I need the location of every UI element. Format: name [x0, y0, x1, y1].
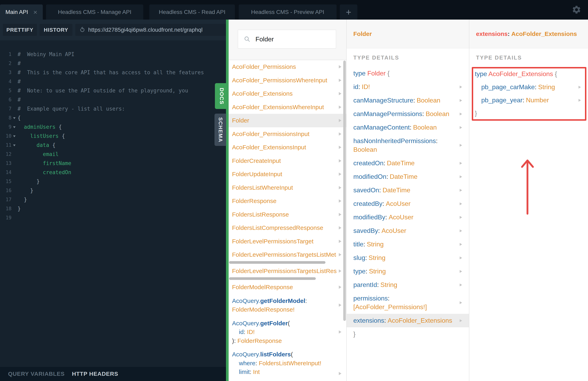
type-field-row[interactable]: createdBy:AcoUser — [347, 197, 469, 211]
docs-resize-divider[interactable] — [226, 20, 229, 381]
type-field-row[interactable]: canManageStructure:Boolean — [347, 94, 469, 107]
type-field-row[interactable]: canManageContent:Boolean — [347, 121, 469, 134]
chevron-right-icon — [460, 162, 462, 165]
chevron-right-icon — [460, 284, 462, 286]
type-field-row[interactable]: title:String — [347, 237, 469, 251]
chevron-right-icon — [339, 253, 341, 256]
type-field-row[interactable]: slug:String — [347, 251, 469, 265]
code-line: 3 # This is the core API that has access… — [0, 68, 226, 77]
chevron-right-icon — [339, 106, 341, 109]
line-number: 11 — [0, 141, 12, 150]
type-field-row[interactable]: savedBy:AcoUser — [347, 224, 469, 237]
fold-arrow-icon[interactable] — [13, 126, 16, 128]
query-list-item[interactable]: AcoQuery.getFolderModel: FolderModelResp… — [229, 294, 346, 317]
code-line: 12 email — [0, 150, 226, 159]
section-title: TYPE DETAILS — [353, 54, 469, 62]
type-field-row[interactable]: parentId:String — [347, 278, 469, 292]
search-icon — [244, 36, 251, 42]
line-number: 9 — [0, 123, 12, 132]
type-list-item[interactable]: FoldersListCompressedResponse — [229, 221, 346, 235]
history-button[interactable]: HISTORY — [40, 24, 72, 36]
type-list-item[interactable]: FolderLevelPermissionsTarget — [229, 235, 346, 248]
tab-main-api[interactable]: Main API × — [0, 4, 43, 20]
type-name: AcoFolder_Permissions — [232, 63, 336, 70]
chevron-right-icon — [339, 240, 341, 243]
prettify-button[interactable]: PRETTIFY — [3, 24, 37, 36]
type-field-row[interactable]: modifiedBy:AcoUser — [347, 211, 469, 224]
type-field-row[interactable]: extensions:AcoFolder_Extensions — [347, 314, 469, 327]
query-editor[interactable]: 1 # Webiny Main API 2 # 3 # This is the … — [0, 40, 226, 367]
chevron-right-icon — [339, 146, 341, 149]
code-line: 10 listUsers { — [0, 132, 226, 141]
chevron-right-icon — [339, 286, 341, 289]
endpoint-url-input[interactable]: https://d2785gi4qi6pw8.cloudfront.net/gr… — [75, 24, 226, 36]
type-name: FolderUpdateInput — [232, 171, 336, 178]
docs-side-tab[interactable]: DOCS — [215, 83, 229, 109]
chevron-right-icon — [339, 303, 341, 307]
fold-arrow-icon[interactable] — [13, 117, 16, 119]
closing-brace: } — [353, 327, 463, 341]
type-list-item[interactable]: FolderModelResponse — [229, 280, 346, 294]
chevron-right-icon — [339, 65, 341, 68]
type-list-item[interactable]: FolderLevelPermissionsTargetsListMeta — [229, 248, 346, 264]
close-icon[interactable]: × — [33, 9, 37, 16]
type-list-item[interactable]: Folder — [229, 114, 346, 127]
type-field-row[interactable]: pb_page_carMake:String — [473, 81, 585, 94]
query-results: AcoQuery.getFolderModel: FolderModelResp… — [229, 294, 346, 379]
vertical-scrollbar[interactable] — [343, 61, 346, 321]
type-field-row[interactable]: hasNonInheritedPermissions:Boolean — [347, 134, 469, 156]
editor-footer: QUERY VARIABLES HTTP HEADERS — [0, 367, 226, 381]
tab-headless-cms-read-api[interactable]: Headless CMS - Read API — [149, 4, 235, 20]
tab-headless-cms-preview-api[interactable]: Headless CMS - Preview API — [239, 4, 336, 20]
type-list-item[interactable]: AcoFolder_Extensions — [229, 87, 346, 101]
query-variables-toggle[interactable]: QUERY VARIABLES — [8, 371, 65, 377]
line-number: 2 — [0, 59, 12, 68]
fold-arrow-icon[interactable] — [13, 135, 16, 137]
chevron-right-icon — [460, 319, 462, 322]
type-list-item[interactable]: FolderLevelPermissionsTargetsListRespons… — [229, 264, 346, 281]
search-input[interactable]: Folder — [238, 30, 336, 49]
type-list-item[interactable]: AcoFolder_PermissionsWhereInput — [229, 74, 346, 87]
line-number: 6 — [0, 95, 12, 104]
annotation-highlight-box: type AcoFolder_Extensions { pb_page_carM… — [472, 67, 586, 121]
type-field-row[interactable]: canManagePermissions:Boolean — [347, 107, 469, 121]
query-list-item[interactable]: AcoQuery.listFolders( where: FoldersList… — [229, 347, 346, 379]
type-list-item[interactable]: AcoFolder_PermissionsInput — [229, 127, 346, 141]
type-list-item[interactable]: FoldersListWhereInput — [229, 181, 346, 194]
type-field-row[interactable]: id:ID! — [347, 80, 469, 94]
type-field-row[interactable]: pb_page_year:Number — [473, 94, 585, 107]
type-list-item[interactable]: AcoFolder_ExtensionsInput — [229, 141, 346, 154]
type-field-row[interactable]: type:String — [347, 265, 469, 278]
type-list-item[interactable]: AcoFolder_Permissions — [229, 60, 346, 74]
type-list-item[interactable]: FolderUpdateInput — [229, 168, 346, 181]
fold-arrow-icon[interactable] — [13, 145, 16, 146]
tab-bar: Main API × Headless CMS - Manage API Hea… — [0, 0, 588, 20]
type-list-item[interactable]: FoldersListResponse — [229, 208, 346, 221]
chevron-right-icon — [460, 126, 462, 129]
type-declaration: type AcoFolder_Extensions { — [473, 68, 585, 81]
settings-gear-icon[interactable] — [572, 5, 581, 15]
chevron-right-icon — [339, 372, 341, 375]
query-list-item[interactable]: AcoQuery.getFolder( id: ID! ): FolderRes… — [229, 317, 346, 348]
line-number: 12 — [0, 150, 12, 159]
type-field-row[interactable]: createdOn:DateTime — [347, 156, 469, 170]
code-line: 5 # Note: to use the API outside of the … — [0, 86, 226, 95]
chevron-right-icon — [460, 243, 462, 246]
type-field-row[interactable]: permissions:[AcoFolder_Permissions!] — [347, 292, 469, 314]
type-declaration: type Folder { — [353, 69, 463, 78]
type-field-row[interactable]: savedOn:DateTime — [347, 183, 469, 197]
line-number: 18 — [0, 204, 12, 213]
line-number: 16 — [0, 186, 12, 195]
type-field-row[interactable]: modifiedOn:DateTime — [347, 170, 469, 183]
line-number: 1 — [0, 50, 12, 59]
http-headers-toggle[interactable]: HTTP HEADERS — [72, 371, 118, 377]
type-name: FolderModelResponse — [232, 284, 336, 291]
chevron-right-icon — [579, 99, 581, 102]
type-list-item[interactable]: AcoFolder_ExtensionsWhereInput — [229, 101, 346, 114]
tab-headless-cms-manage-api[interactable]: Headless CMS - Manage API — [46, 4, 143, 20]
type-list-item[interactable]: FolderCreateInput — [229, 154, 346, 168]
schema-side-tab[interactable]: SCHEMA — [214, 114, 226, 146]
add-tab-button[interactable]: + — [340, 4, 357, 20]
reload-icon[interactable] — [79, 27, 85, 33]
type-list-item[interactable]: FolderResponse — [229, 194, 346, 208]
